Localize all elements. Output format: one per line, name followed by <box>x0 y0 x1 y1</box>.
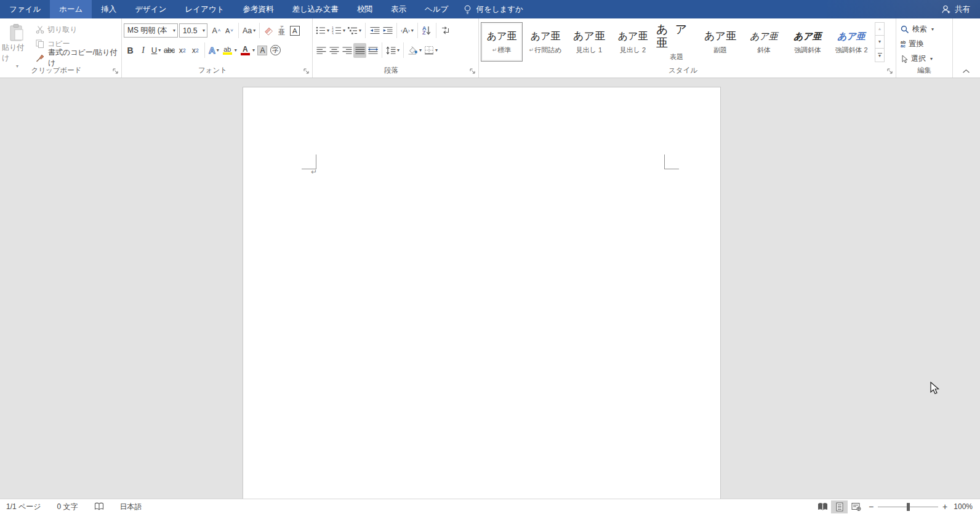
enclose-characters-button[interactable]: 字 <box>269 43 282 58</box>
language-indicator[interactable]: 日本語 <box>120 502 142 512</box>
show-formatting-marks-button[interactable] <box>439 23 452 38</box>
paste-button[interactable]: 貼り付け ▾ <box>2 22 31 69</box>
line-spacing-button[interactable]: ▾ <box>385 43 401 58</box>
style-title[interactable]: あ ア 亜 表題 <box>656 22 697 62</box>
ruby-phonetic-guide-button[interactable]: ア 亜 <box>275 23 288 38</box>
proofing-status-icon[interactable] <box>94 502 104 511</box>
style-italic[interactable]: あア亜 斜体 <box>743 22 785 62</box>
underline-button[interactable]: U▾ <box>150 43 163 58</box>
decrease-indent-button[interactable] <box>368 23 381 38</box>
grow-font-button[interactable]: A˄ <box>210 23 223 38</box>
zoom-in-button[interactable]: + <box>938 502 952 512</box>
style-normal[interactable]: あア亜 ↵標準 <box>481 22 523 62</box>
tab-references[interactable]: 参考資料 <box>233 0 283 18</box>
distribute-button[interactable] <box>366 43 379 58</box>
text-highlight-button[interactable]: ab ▾ <box>220 43 238 58</box>
zoom-slider[interactable] <box>878 502 938 512</box>
select-button[interactable]: 選択 ▾ <box>901 52 949 65</box>
borders-button[interactable]: ▾ <box>423 43 439 58</box>
justify-button[interactable] <box>353 43 366 58</box>
zoom-level-indicator[interactable]: 100% <box>952 502 980 511</box>
share-button[interactable]: 共有 <box>931 0 980 18</box>
tab-review[interactable]: 校閲 <box>348 0 382 18</box>
italic-button[interactable]: I <box>137 43 150 58</box>
word-count-indicator[interactable]: 0 文字 <box>57 502 78 512</box>
align-left-button[interactable] <box>315 43 327 58</box>
font-dialog-launcher-icon[interactable] <box>303 68 310 75</box>
superscript-button[interactable]: x2 <box>189 43 202 58</box>
styles-scroll-down-icon[interactable]: ▾ <box>875 36 884 49</box>
shrink-font-button[interactable]: A˅ <box>223 23 236 38</box>
format-painter-button[interactable]: 書式のコピー/貼り付け <box>34 51 119 65</box>
styles-gallery-more-icon[interactable]: ▾ <box>875 49 884 62</box>
style-sample: あア亜 <box>793 30 822 43</box>
numbered-list-button[interactable]: 123 ▾ <box>331 23 347 38</box>
style-subtitle[interactable]: あア亜 副題 <box>699 22 741 62</box>
bullet-list-button[interactable]: ▾ <box>315 23 331 38</box>
collapse-ribbon-icon[interactable] <box>962 69 970 74</box>
increase-indent-icon <box>383 26 393 34</box>
shading-button[interactable]: ▾ <box>406 43 423 58</box>
increase-indent-button[interactable] <box>381 23 394 38</box>
style-name: 強調斜体 <box>794 46 821 55</box>
decrease-indent-icon <box>370 26 380 34</box>
page-number-indicator[interactable]: 1/1 ページ <box>6 502 41 512</box>
read-mode-button[interactable] <box>814 500 831 513</box>
align-center-button[interactable] <box>327 43 340 58</box>
style-emphasis-italic[interactable]: あア亜 強調斜体 <box>787 22 829 62</box>
paragraph-dialog-launcher-icon[interactable] <box>469 68 476 75</box>
font-color-button[interactable]: A ▾ <box>238 43 256 58</box>
style-name: 見出し 1 <box>576 46 602 55</box>
align-right-button[interactable] <box>340 43 353 58</box>
style-heading1[interactable]: あア亜 見出し 1 <box>568 22 610 62</box>
text-effects-button[interactable]: A▾ <box>207 43 220 58</box>
cut-button[interactable]: 切り取り <box>34 23 119 36</box>
zoom-out-button[interactable]: − <box>864 502 878 512</box>
zoom-slider-thumb[interactable] <box>907 503 910 511</box>
subscript-button[interactable]: x2 <box>176 43 189 58</box>
tab-file[interactable]: ファイル <box>0 0 50 18</box>
font-name-combo[interactable]: MS 明朝 (本 ▾ <box>124 23 178 38</box>
asian-layout-button[interactable]: ‹ A › ▾ <box>400 23 415 38</box>
styles-scroll-up-icon[interactable]: ▴ <box>875 23 884 36</box>
find-button[interactable]: 検索 ▾ <box>901 23 949 36</box>
line-spacing-icon <box>386 46 396 55</box>
clipboard-dialog-launcher-icon[interactable] <box>112 68 119 75</box>
clear-formatting-button[interactable] <box>262 23 275 38</box>
multilevel-list-button[interactable]: ▾ <box>347 23 363 38</box>
tab-help[interactable]: ヘルプ <box>416 0 457 18</box>
document-page[interactable]: ↵ <box>243 87 721 499</box>
tell-me-box[interactable]: 何をしますか <box>457 0 529 18</box>
style-sample: あア亜 <box>618 30 648 43</box>
bold-button[interactable]: B <box>124 43 137 58</box>
style-heading2[interactable]: あア亜 見出し 2 <box>612 22 654 62</box>
strikethrough-button[interactable]: abc <box>163 43 176 58</box>
styles-dialog-launcher-icon[interactable] <box>886 68 894 75</box>
style-emphasis-italic-2[interactable]: あア亜 強調斜体 2 <box>830 22 872 62</box>
web-layout-button[interactable] <box>848 500 864 513</box>
text-effects-letter: A <box>209 45 215 55</box>
tab-home[interactable]: ホーム <box>50 0 92 18</box>
sort-button[interactable]: A Z <box>420 23 433 38</box>
tab-insert[interactable]: 挿入 <box>92 0 126 18</box>
format-painter-label: 書式のコピー/貼り付け <box>48 47 118 68</box>
status-bar: 1/1 ページ 0 文字 日本語 − + 100% <box>0 499 980 514</box>
document-area[interactable]: ↵ <box>0 79 980 499</box>
change-case-button[interactable]: Aa▾ <box>241 23 257 38</box>
character-shading-button[interactable]: A <box>256 43 269 58</box>
paragraph-end-mark: ↵ <box>311 167 317 176</box>
character-border-button[interactable]: A <box>288 23 301 38</box>
print-layout-button[interactable] <box>831 500 848 513</box>
highlight-color-bar <box>223 52 232 55</box>
superscript-2: 2 <box>196 47 199 54</box>
style-no-spacing[interactable]: あア亜 ↵行間詰め <box>524 22 566 62</box>
grow-font-letter: A <box>212 26 217 35</box>
tab-mailings[interactable]: 差し込み文書 <box>283 0 348 18</box>
tab-layout[interactable]: レイアウト <box>175 0 233 18</box>
read-mode-icon <box>817 502 828 511</box>
tab-view[interactable]: 表示 <box>382 0 416 18</box>
print-layout-icon <box>835 502 844 512</box>
replace-button[interactable]: ab ac 置換 <box>901 38 949 50</box>
tab-design[interactable]: デザイン <box>126 0 175 18</box>
font-size-combo[interactable]: 10.5 ▾ <box>179 23 207 38</box>
